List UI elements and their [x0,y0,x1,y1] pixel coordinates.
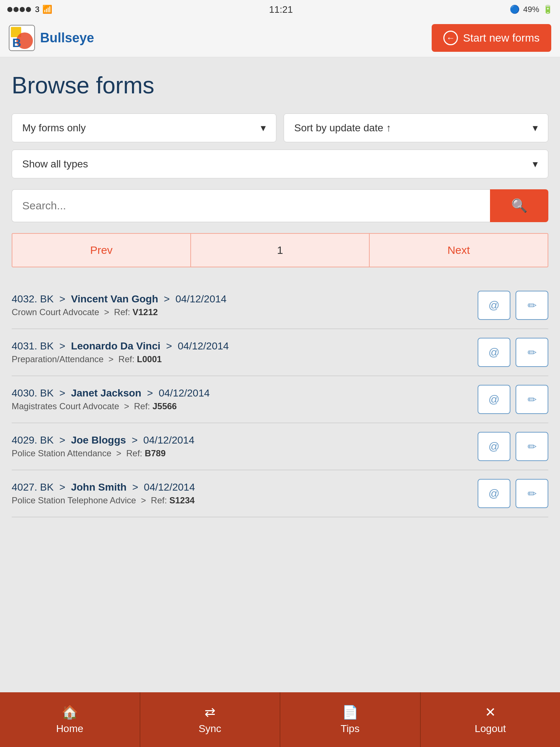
form-info: 4031. BK > Leonardo Da Vinci > 04/12/201… [12,340,478,364]
tab-icon-home: 🏠 [62,705,78,720]
edit-button[interactable]: ✏ [516,479,548,508]
app-logo-icon: B [9,25,35,51]
my-forms-label: My forms only [22,122,86,134]
tab-label-logout: Logout [475,723,506,735]
tab-icon-sync: ⇄ [205,705,215,720]
svg-text:B: B [12,36,22,50]
back-circle-icon: ← [443,31,458,45]
search-button[interactable]: 🔍 [490,189,548,222]
form-item: 4030. BK > Janet Jackson > 04/12/2014 Ma… [12,376,548,423]
form-title: 4031. BK > Leonardo Da Vinci > 04/12/201… [12,340,478,352]
form-info: 4027. BK > John Smith > 04/12/2014 Polic… [12,481,478,506]
tab-icon-logout: ✕ [485,705,496,720]
search-wrapper [12,189,490,222]
network-label: 3 [35,5,39,14]
form-title: 4029. BK > Joe Bloggs > 04/12/2014 [12,434,478,446]
email-button[interactable]: @ [478,479,510,508]
status-left: 3 📶 [7,5,52,14]
email-button[interactable]: @ [478,385,510,414]
filter-row-1: My forms only ▾ Sort by update date ↑ ▾ [12,113,548,142]
form-title: 4030. BK > Janet Jackson > 04/12/2014 [12,387,478,399]
form-subtitle: Crown Court Advocate > Ref: V1212 [12,307,478,317]
logo-container: B Bullseye [9,25,94,51]
email-button[interactable]: @ [478,432,510,461]
battery-level: 49% [523,5,539,14]
search-row: 🔍 [12,189,548,222]
form-actions: @ ✏ [478,432,548,461]
form-item: 4032. BK > Vincent Van Gogh > 04/12/2014… [12,282,548,329]
form-actions: @ ✏ [478,291,548,320]
battery-icon: 🔋 [543,5,553,14]
tab-icon-tips: 📄 [342,705,358,720]
signal-dots [7,5,32,14]
main-content: Browse forms My forms only ▾ Sort by upd… [0,57,560,692]
sort-arrow: ▾ [533,122,538,134]
pagination: Prev 1 Next [12,233,548,267]
status-bar: 3 📶 11:21 🔵 49% 🔋 [0,0,560,19]
wifi-icon: 📶 [42,5,52,14]
show-all-dropdown[interactable]: Show all types ▾ [12,150,548,178]
tab-label-home: Home [56,723,83,735]
clock: 11:21 [269,4,293,15]
edit-button[interactable]: ✏ [516,291,548,320]
email-button[interactable]: @ [478,338,510,367]
tab-label-sync: Sync [199,723,221,735]
edit-button[interactable]: ✏ [516,338,548,367]
form-item: 4029. BK > Joe Bloggs > 04/12/2014 Polic… [12,423,548,470]
email-button[interactable]: @ [478,291,510,320]
search-input[interactable] [12,189,490,222]
form-title: 4032. BK > Vincent Van Gogh > 04/12/2014 [12,293,478,305]
form-item: 4031. BK > Leonardo Da Vinci > 04/12/201… [12,329,548,376]
form-subtitle: Preparation/Attendance > Ref: L0001 [12,354,478,364]
tab-item-home[interactable]: 🏠 Home [0,692,140,747]
search-icon: 🔍 [511,198,528,213]
bluetooth-icon: 🔵 [510,5,520,14]
app-name: Bullseye [40,30,94,46]
tab-item-tips[interactable]: 📄 Tips [280,692,421,747]
form-subtitle: Police Station Attendance > Ref: B789 [12,448,478,458]
tab-label-tips: Tips [341,723,359,735]
prev-button[interactable]: Prev [12,234,191,267]
start-new-button[interactable]: ← Start new forms [432,24,551,52]
form-title: 4027. BK > John Smith > 04/12/2014 [12,481,478,493]
filter-row-2: Show all types ▾ [12,150,548,178]
app-header: B Bullseye ← Start new forms [0,19,560,57]
form-subtitle: Magistrates Court Advocate > Ref: J5566 [12,401,478,411]
page-title: Browse forms [12,72,548,99]
form-info: 4032. BK > Vincent Van Gogh > 04/12/2014… [12,293,478,317]
form-list: 4032. BK > Vincent Van Gogh > 04/12/2014… [12,282,548,517]
tab-item-sync[interactable]: ⇄ Sync [140,692,281,747]
next-button[interactable]: Next [370,234,548,267]
status-right: 🔵 49% 🔋 [510,5,553,14]
form-actions: @ ✏ [478,385,548,414]
tab-item-logout[interactable]: ✕ Logout [421,692,560,747]
form-subtitle: Police Station Telephone Advice > Ref: S… [12,495,478,506]
my-forms-dropdown[interactable]: My forms only ▾ [12,113,276,142]
my-forms-arrow: ▾ [261,122,266,134]
tab-bar: 🏠 Home ⇄ Sync 📄 Tips ✕ Logout [0,692,560,747]
edit-button[interactable]: ✏ [516,385,548,414]
form-item: 4027. BK > John Smith > 04/12/2014 Polic… [12,470,548,517]
form-info: 4029. BK > Joe Bloggs > 04/12/2014 Polic… [12,434,478,458]
form-info: 4030. BK > Janet Jackson > 04/12/2014 Ma… [12,387,478,411]
edit-button[interactable]: ✏ [516,432,548,461]
form-actions: @ ✏ [478,338,548,367]
current-page: 1 [191,234,370,267]
start-new-label: Start new forms [463,32,540,44]
sort-dropdown[interactable]: Sort by update date ↑ ▾ [284,113,548,142]
form-actions: @ ✏ [478,479,548,508]
show-all-arrow: ▾ [533,158,538,170]
show-all-label: Show all types [22,158,88,170]
sort-label: Sort by update date ↑ [294,122,391,134]
